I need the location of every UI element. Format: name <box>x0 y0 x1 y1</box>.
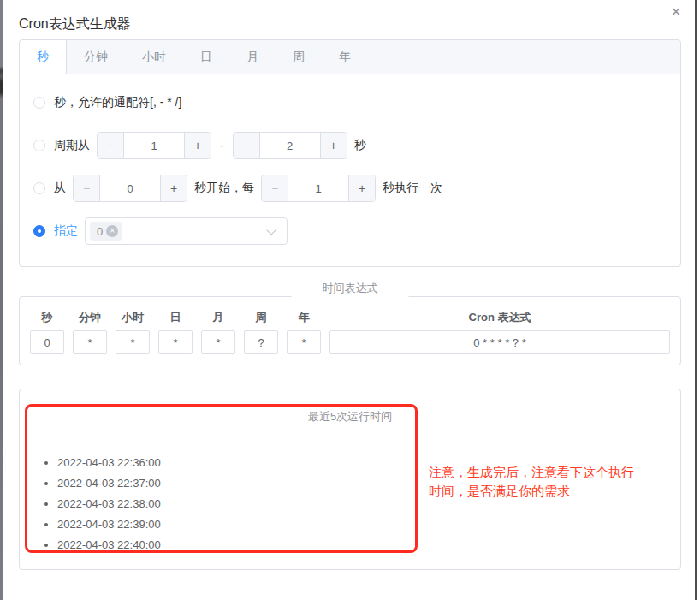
interval-start-stepper: − 0 + <box>73 175 187 202</box>
cycle-from-stepper: − 1 + <box>97 132 211 159</box>
minus-icon[interactable]: − <box>234 133 260 158</box>
expression-values-row: 0 * * * * ? * 0 * * * * ? * <box>30 330 670 354</box>
background-page-right-edge <box>695 0 697 600</box>
radio-interval[interactable] <box>33 182 45 194</box>
cron-field-tabs-card: 秒 分钟 小时 日 月 周 年 秒，允许的通配符[, - * /] 周期从 − … <box>19 39 681 267</box>
tabs-header: 秒 分钟 小时 日 月 周 年 <box>20 40 680 74</box>
value-week-field[interactable]: ? <box>244 330 278 354</box>
cycle-to-value[interactable]: 2 <box>260 133 320 158</box>
col-header-week: 周 <box>244 309 278 325</box>
minus-icon[interactable]: − <box>98 133 124 158</box>
option-interval-prefix[interactable]: 从 <box>54 181 66 196</box>
expression-header-row: 秒 分钟 小时 日 月 周 年 Cron 表达式 <box>30 309 670 325</box>
tab-day[interactable]: 日 <box>183 40 229 74</box>
plus-icon[interactable]: + <box>184 133 211 158</box>
col-header-day: 日 <box>158 309 193 325</box>
time-expression-legend: 时间表达式 <box>292 280 409 303</box>
background-page-left-edge <box>0 0 3 600</box>
radio-cycle[interactable] <box>33 140 45 151</box>
tab-week[interactable]: 周 <box>276 40 322 74</box>
plus-icon[interactable]: + <box>348 175 375 201</box>
col-header-year: 年 <box>287 309 321 325</box>
specify-seconds-select[interactable]: 0 × <box>85 217 288 245</box>
option-interval-row: 从 − 0 + 秒开始，每 − 1 + 秒执行一次 <box>33 167 667 210</box>
tab-seconds[interactable]: 秒 <box>19 40 67 74</box>
tab-year[interactable]: 年 <box>322 40 368 74</box>
plus-icon[interactable]: + <box>160 175 187 201</box>
value-month-field[interactable]: * <box>201 330 235 354</box>
red-highlight-box <box>25 404 418 553</box>
interval-step-value[interactable]: 1 <box>288 175 348 201</box>
col-header-seconds: 秒 <box>30 309 64 325</box>
selected-value-tag: 0 × <box>90 222 122 241</box>
recent-runs-card: 最近5次运行时间 2022-04-03 22:36:00 2022-04-03 … <box>19 389 681 570</box>
time-expression-card: 时间表达式 秒 分钟 小时 日 月 周 年 Cron 表达式 0 * * * *… <box>19 296 681 365</box>
value-seconds-field[interactable]: 0 <box>30 330 64 354</box>
interval-start-value[interactable]: 0 <box>100 175 160 201</box>
value-day-field[interactable]: * <box>158 330 193 354</box>
option-wildcard-label[interactable]: 秒，允许的通配符[, - * /] <box>54 95 181 110</box>
cycle-range-dash: - <box>220 139 224 152</box>
red-annotation-note: 注意，生成完后，注意看下这个执行 时间，是否满足你的需求 <box>429 463 651 501</box>
tab-month[interactable]: 月 <box>229 40 276 74</box>
radio-specify-selected[interactable] <box>33 225 45 237</box>
option-cycle-suffix: 秒 <box>354 138 366 153</box>
minus-icon[interactable]: − <box>262 175 288 201</box>
option-cycle-row: 周期从 − 1 + - − 2 + 秒 <box>33 124 667 167</box>
value-year-field[interactable]: * <box>287 330 321 354</box>
option-interval-suffix: 秒执行一次 <box>383 181 442 196</box>
dialog-header: Cron表达式生成器 ✕ <box>19 0 681 39</box>
option-cycle-prefix[interactable]: 周期从 <box>54 138 90 153</box>
tab-minutes[interactable]: 分钟 <box>67 40 125 74</box>
option-specify-label[interactable]: 指定 <box>54 223 78 239</box>
col-header-month: 月 <box>201 309 235 325</box>
interval-step-stepper: − 1 + <box>261 175 376 202</box>
cron-expression-field[interactable]: 0 * * * * ? * <box>329 330 670 354</box>
col-header-cron-expression: Cron 表达式 <box>329 309 670 325</box>
option-interval-middle: 秒开始，每 <box>194 181 254 196</box>
tag-close-icon[interactable]: × <box>106 225 118 237</box>
annotation-line-1: 注意，生成完后，注意看下这个执行 <box>429 463 651 482</box>
seconds-tab-panel: 秒，允许的通配符[, - * /] 周期从 − 1 + - − 2 + 秒 <box>20 74 680 266</box>
chevron-down-icon <box>266 225 276 235</box>
cycle-to-stepper: − 2 + <box>233 132 347 159</box>
col-header-hours: 小时 <box>116 309 150 325</box>
radio-wildcard[interactable] <box>33 97 45 109</box>
value-hours-field[interactable]: * <box>116 330 150 354</box>
plus-icon[interactable]: + <box>320 133 347 158</box>
cycle-from-value[interactable]: 1 <box>124 133 184 158</box>
option-specify-row: 指定 0 × <box>33 210 667 252</box>
value-minutes-field[interactable]: * <box>73 330 107 354</box>
selected-value: 0 <box>97 225 103 238</box>
dialog-title: Cron表达式生成器 <box>19 14 681 34</box>
minus-icon[interactable]: − <box>74 175 100 201</box>
cron-generator-dialog: Cron表达式生成器 ✕ 秒 分钟 小时 日 月 周 年 秒，允许的通配符[, … <box>19 0 681 570</box>
option-wildcard-row: 秒，允许的通配符[, - * /] <box>33 81 667 124</box>
close-icon[interactable]: ✕ <box>667 3 685 21</box>
tab-hours[interactable]: 小时 <box>125 40 183 74</box>
col-header-minutes: 分钟 <box>73 309 107 325</box>
annotation-line-2: 时间，是否满足你的需求 <box>429 482 651 501</box>
